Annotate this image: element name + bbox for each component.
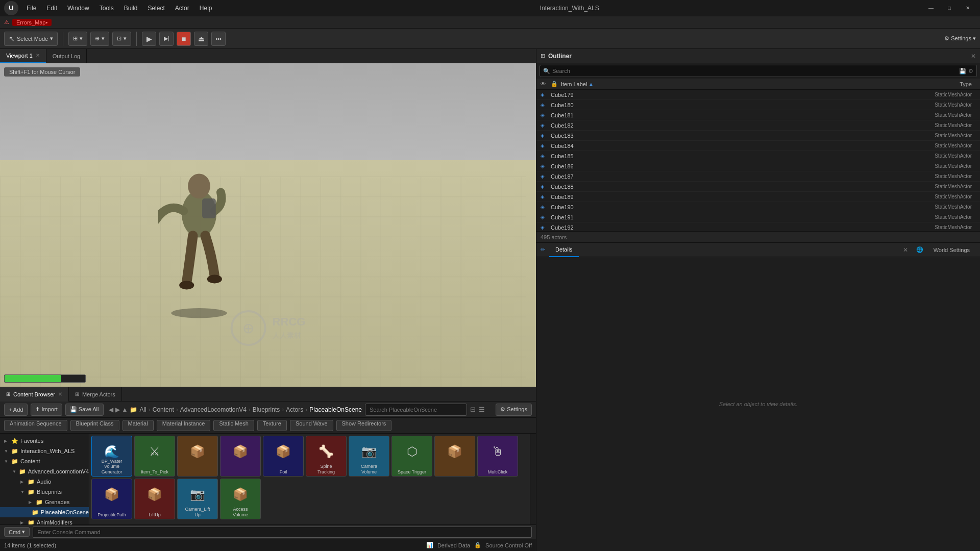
menu-tools[interactable]: Tools — [95, 4, 118, 13]
nav-content[interactable]: Content — [153, 406, 174, 413]
list-item[interactable]: 📦 — [434, 436, 475, 477]
table-row[interactable]: ◈ Cube187 StaticMeshActor — [536, 171, 980, 182]
content-search-input[interactable] — [365, 404, 467, 416]
tab-merge-actors[interactable]: ⊞ Merge Actors — [69, 387, 122, 402]
eject-button[interactable]: ⏏ — [194, 32, 208, 46]
transform-button[interactable]: ⊞▾ — [68, 32, 87, 46]
list-item[interactable]: 🖱 MultiClick — [477, 436, 518, 477]
list-item[interactable]: 📦 — [177, 436, 218, 477]
list-item[interactable]: 📦 — [220, 436, 261, 477]
table-row[interactable]: ◈ Cube192 StaticMeshActor — [536, 222, 980, 231]
viewport-tab-close[interactable]: ✕ — [36, 53, 40, 58]
table-row[interactable]: ◈ Cube188 StaticMeshActor — [536, 182, 980, 192]
derived-data-button[interactable]: Derived Data — [437, 542, 470, 548]
table-row[interactable]: ◈ Cube191 StaticMeshActor — [536, 212, 980, 222]
import-button[interactable]: ⬆ Import — [31, 404, 62, 416]
outliner-save-icon[interactable]: 💾 — [959, 68, 966, 74]
filter-sound-wave[interactable]: Sound Wave — [290, 420, 333, 431]
list-item[interactable]: ▶ 📁 Grenades — [0, 497, 89, 507]
table-row[interactable]: ◈ Cube181 StaticMeshActor — [536, 110, 980, 120]
tab-viewport1[interactable]: Viewport 1 ✕ — [0, 49, 46, 63]
editor-settings-button[interactable]: ⚙ Settings ▾ — [944, 35, 976, 42]
table-row[interactable]: ◈ Cube183 StaticMeshActor — [536, 131, 980, 141]
table-row[interactable]: ◈ Cube180 StaticMeshActor — [536, 100, 980, 110]
nav-actors[interactable]: Actors — [286, 406, 303, 413]
filter-material-instance[interactable]: Material Instance — [157, 420, 211, 431]
view-options-icon[interactable]: ☰ — [479, 406, 485, 413]
table-row[interactable]: ◈ Cube185 StaticMeshActor — [536, 151, 980, 161]
viewport[interactable]: Shift+F1 for Mouse Cursor ⊕ RRCG人人素材 — [0, 63, 536, 387]
more-button[interactable]: ••• — [211, 32, 226, 46]
outliner-search-input[interactable] — [552, 68, 957, 74]
nav-back-icon[interactable]: ◀ — [109, 406, 113, 413]
filter-material[interactable]: Material — [122, 420, 154, 431]
filter-animation-sequence[interactable]: Animation Sequence — [4, 420, 67, 431]
minimize-button[interactable]: — — [923, 3, 939, 13]
stop-button[interactable]: ■ — [177, 32, 191, 46]
tab-output-log[interactable]: Output Log — [46, 49, 87, 63]
snap-button[interactable]: ⊕▾ — [90, 32, 109, 46]
menu-file[interactable]: File — [22, 4, 40, 13]
console-input[interactable] — [33, 527, 532, 538]
list-item[interactable]: 📦 Access Volume — [220, 479, 261, 519]
favorites-header[interactable]: ▶ ⭐ Favorites — [0, 436, 89, 446]
list-item[interactable]: 📷 Camera_Lift Up — [177, 479, 218, 519]
list-item[interactable]: 📦 LiftUp — [134, 479, 175, 519]
nav-forward-icon[interactable]: ▶ — [115, 406, 120, 413]
nav-advloco[interactable]: AdvancedLocomotionV4 — [180, 406, 247, 413]
filter-show-redirectors[interactable]: Show Redirectors — [336, 420, 392, 431]
details-close[interactable]: ✕ — [903, 246, 908, 254]
list-item[interactable]: 📷 Camera Volume — [349, 436, 389, 477]
close-button[interactable]: ✕ — [960, 3, 976, 13]
project-root[interactable]: ▼ 📁 Interaction_With_ALS — [0, 446, 89, 456]
list-item[interactable]: ▼ 📁 AdvancedLocomotionV4 — [0, 466, 89, 477]
tab-world-settings[interactable]: World Settings — [927, 243, 976, 257]
content-browser-tab-close[interactable]: ✕ — [58, 391, 62, 397]
misc-button[interactable]: ⊡▾ — [112, 32, 131, 46]
outliner-close[interactable]: ✕ — [971, 53, 976, 60]
add-button[interactable]: + Add — [4, 404, 28, 416]
list-item[interactable]: ▼ 📁 Blueprints — [0, 487, 89, 497]
list-item[interactable]: 📦 ProjectilePath — [91, 479, 132, 519]
nav-all[interactable]: All — [139, 406, 146, 413]
table-row[interactable]: ◈ Cube190 StaticMeshActor — [536, 202, 980, 212]
asset-scrollbar[interactable] — [530, 434, 536, 525]
nav-blueprints[interactable]: Blueprints — [253, 406, 280, 413]
source-control-button[interactable]: Source Control Off — [485, 542, 532, 548]
menu-actor[interactable]: Actor — [171, 4, 193, 13]
filter-static-mesh[interactable]: Static Mesh — [213, 420, 254, 431]
menu-window[interactable]: Window — [63, 4, 93, 13]
skip-button[interactable]: ▶| — [159, 32, 174, 46]
play-button[interactable]: ▶ — [142, 32, 156, 46]
table-row[interactable]: ◈ Cube184 StaticMeshActor — [536, 141, 980, 151]
table-row[interactable]: ◈ Cube179 StaticMeshActor — [536, 90, 980, 100]
outliner-settings-icon[interactable]: ⚙ — [968, 68, 973, 74]
console-cmd-dropdown[interactable]: Cmd ▾ — [4, 527, 30, 537]
filter-texture[interactable]: Texture — [257, 420, 287, 431]
nav-placeable[interactable]: PlaceableOnScene — [309, 406, 362, 413]
list-item[interactable]: 📁 PlaceableOnScene — [0, 507, 89, 517]
item-label-col[interactable]: Item Label ▲ — [561, 81, 892, 87]
tab-details[interactable]: Details — [549, 243, 579, 257]
list-item[interactable]: 🌊 BP_Water Volume Generator — [91, 436, 132, 477]
table-row[interactable]: ◈ Cube182 StaticMeshActor — [536, 120, 980, 131]
table-row[interactable]: ◈ Cube189 StaticMeshActor — [536, 192, 980, 202]
menu-help[interactable]: Help — [195, 4, 216, 13]
table-row[interactable]: ◈ Cube186 StaticMeshActor — [536, 161, 980, 171]
list-item[interactable]: 🦴 Spine Tracking — [306, 436, 347, 477]
menu-edit[interactable]: Edit — [42, 4, 61, 13]
list-item[interactable]: ⚔ Item_To_Pick — [134, 436, 175, 477]
menu-build[interactable]: Build — [120, 4, 142, 13]
error-tab[interactable]: Errors_Map• — [12, 19, 52, 26]
nav-folder-icon[interactable]: 📁 — [130, 406, 137, 413]
list-item[interactable]: ⬡ Space Trigger — [391, 436, 432, 477]
maximize-button[interactable]: □ — [941, 3, 958, 13]
mode-selector-button[interactable]: ↖ Select Mode ▾ — [4, 32, 58, 46]
nav-up-icon[interactable]: ▲ — [122, 406, 128, 413]
save-all-button[interactable]: 💾 Save All — [65, 404, 104, 416]
filter-blueprint-class[interactable]: Blueprint Class — [70, 420, 119, 431]
tab-content-browser[interactable]: ⊞ Content Browser ✕ — [0, 387, 69, 402]
cb-settings-button[interactable]: ⚙ Settings — [496, 404, 532, 416]
menu-select[interactable]: Select — [143, 4, 168, 13]
search-filter-icon[interactable]: ⊟ — [470, 406, 476, 413]
